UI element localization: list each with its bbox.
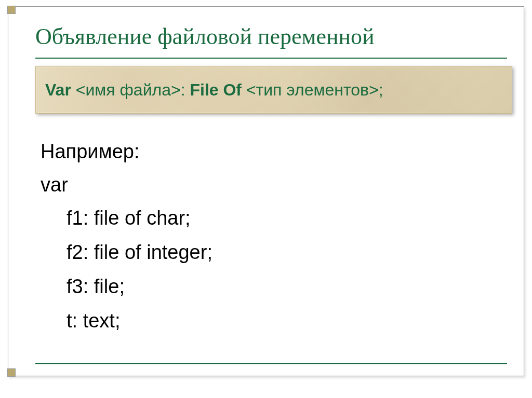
code-line: t: text; — [66, 310, 120, 332]
syntax-declaration: Var <имя файла>: File Of <тип элементов>… — [45, 80, 383, 100]
filename-placeholder — [71, 80, 76, 99]
slide-title: Объявление файловой переменной — [35, 23, 375, 50]
colon: : — [181, 80, 190, 99]
bottom-underline — [35, 363, 507, 364]
syntax-box: Var <имя файла>: File Of <тип элементов>… — [35, 66, 512, 114]
type-placeholder: <тип элементов> — [242, 80, 379, 99]
corner-decoration — [7, 368, 16, 377]
keyword-fileof: File Of — [190, 80, 242, 99]
filename-placeholder: <имя файла> — [76, 80, 181, 99]
code-line: f2: file of integer; — [66, 241, 212, 264]
semicolon: ; — [379, 80, 383, 99]
slide-frame: Объявление файловой переменной Var <имя … — [8, 6, 524, 376]
example-label: Например: — [41, 141, 139, 163]
code-line: f1: file of char; — [66, 207, 191, 229]
corner-decoration — [7, 6, 16, 14]
code-line: f3: file; — [66, 276, 125, 298]
title-underline — [35, 58, 507, 59]
code-keyword-var: var — [41, 174, 68, 196]
keyword-var: Var — [45, 80, 71, 99]
